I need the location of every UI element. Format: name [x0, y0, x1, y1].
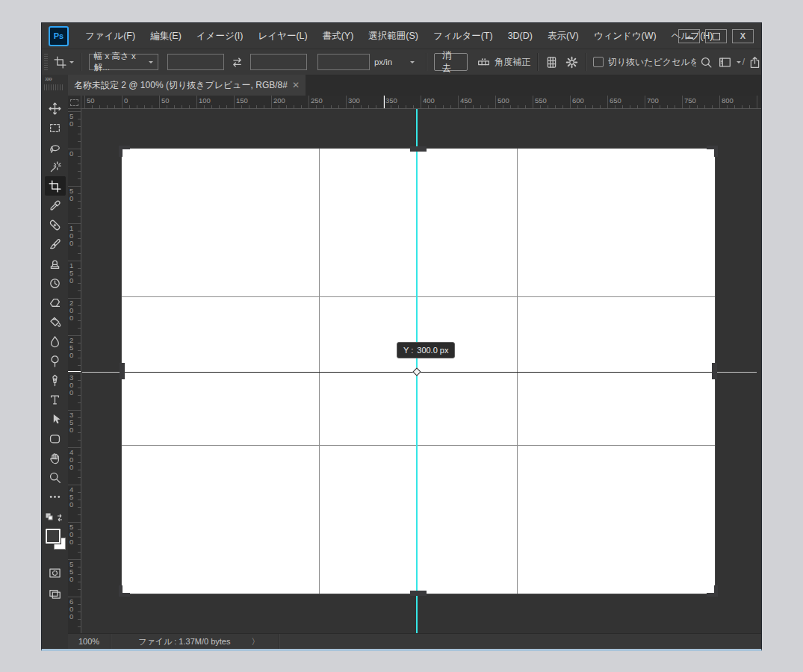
ruler-tick: [78, 388, 81, 388]
zoom-tool[interactable]: [45, 467, 66, 487]
swap-width-height-icon[interactable]: [231, 56, 244, 69]
ruler-tick: [78, 619, 81, 620]
maximize-icon: [713, 33, 720, 40]
ruler-origin-corner[interactable]: [68, 96, 81, 109]
straighten-level-icon[interactable]: [477, 56, 490, 69]
status-expand-icon[interactable]: 〉: [244, 636, 279, 647]
quick-selection-tool[interactable]: [45, 157, 66, 176]
crop-width-input[interactable]: [167, 54, 224, 70]
ruler-label: 400: [69, 449, 75, 471]
ruler-tick: [585, 105, 586, 108]
double-chevron-icon[interactable]: »»: [45, 75, 52, 83]
ruler-tick: [78, 514, 81, 515]
ruler-tick: [465, 105, 466, 108]
separator: [585, 53, 586, 71]
horizontal-ruler[interactable]: 5005010015020025030035040045050055060065…: [81, 96, 761, 109]
delete-cropped-pixels-checkbox[interactable]: [593, 57, 604, 67]
file-info[interactable]: ファイル : 1.37M/0 bytes: [111, 636, 244, 647]
ruler-tick: [78, 380, 81, 381]
ruler-label: 50: [161, 96, 170, 105]
ruler-tick: [78, 455, 81, 455]
dodge-tool[interactable]: [45, 351, 66, 370]
crop-tool-icon[interactable]: [54, 56, 66, 69]
rectangular-marquee-tool[interactable]: [45, 118, 66, 137]
chevron-down-icon[interactable]: [69, 61, 74, 66]
ruler-tick: [241, 105, 242, 108]
pen-tool[interactable]: [45, 370, 66, 390]
document-viewport[interactable]: Y : 300.0 px: [81, 109, 761, 633]
move-tool[interactable]: [45, 99, 66, 118]
ruler-tick: [279, 105, 279, 108]
menu-item-8[interactable]: 表示(V): [540, 23, 586, 49]
window-controls: X: [678, 29, 754, 43]
crop-preset-dropdown[interactable]: 幅 x 高さ x 解...: [89, 54, 158, 70]
search-icon[interactable]: [700, 56, 713, 69]
menu-item-0[interactable]: ファイル(F): [78, 23, 143, 49]
path-selection-tool[interactable]: [45, 409, 66, 429]
chevron-down-icon[interactable]: [737, 61, 741, 66]
close-button[interactable]: X: [732, 29, 754, 43]
zoom-level-field[interactable]: 100%: [68, 637, 110, 646]
quick-mask-icon[interactable]: [45, 563, 66, 582]
ruler-tick: [78, 626, 81, 627]
ruler-tick: [78, 492, 81, 493]
menu-item-2[interactable]: イメージ(I): [189, 23, 251, 49]
menu-item-7[interactable]: 3D(D): [500, 23, 540, 49]
grid-overlay-icon[interactable]: [545, 56, 558, 69]
menu-item-1[interactable]: 編集(E): [143, 23, 189, 49]
straighten-button[interactable]: 角度補正: [494, 56, 530, 69]
menu-item-6[interactable]: フィルター(T): [426, 23, 500, 49]
ruler-tick: [435, 105, 436, 108]
edit-toolbar[interactable]: [45, 487, 66, 506]
menu-item-4[interactable]: 書式(Y): [315, 23, 362, 49]
close-icon: X: [740, 32, 745, 40]
hand-tool[interactable]: [45, 448, 66, 467]
ruler-label: 150: [69, 262, 75, 284]
eraser-tool[interactable]: [45, 293, 66, 312]
crop-tool[interactable]: [45, 176, 66, 196]
foreground-color-swatch[interactable]: [46, 529, 61, 544]
history-brush-tool[interactable]: [45, 273, 66, 293]
menu-item-3[interactable]: レイヤー(L): [251, 23, 315, 49]
crop-grid-line: [122, 296, 715, 297]
color-swatches[interactable]: [44, 529, 66, 551]
maximize-button[interactable]: [705, 29, 727, 43]
lasso-tool[interactable]: [45, 137, 66, 157]
minimize-button[interactable]: [678, 29, 700, 43]
spot-healing-brush-tool[interactable]: [45, 215, 66, 234]
ruler-label: 450: [460, 96, 472, 105]
ruler-tick: [144, 105, 145, 108]
crop-resolution-input[interactable]: [317, 54, 370, 70]
screen-mode-icon[interactable]: [45, 584, 66, 603]
ruler-tick: [78, 395, 81, 396]
clone-stamp-tool[interactable]: [45, 254, 66, 273]
eyedropper-tool[interactable]: [45, 196, 66, 215]
crop-height-input[interactable]: [250, 54, 307, 70]
ruler-tick: [78, 193, 81, 194]
ruler-tick: [361, 105, 362, 108]
gradient-tool[interactable]: [45, 312, 66, 332]
resolution-unit-dropdown[interactable]: px/in: [370, 57, 419, 66]
menu-item-5[interactable]: 選択範囲(S): [361, 23, 426, 49]
type-tool[interactable]: [45, 390, 66, 409]
brush-tool[interactable]: [45, 234, 66, 254]
document-tab[interactable]: 名称未設定 2 @ 100% (切り抜きプレビュー, RGB/8#) * ✕: [68, 75, 306, 96]
vertical-ruler[interactable]: 50050100150200250300350400450500550600: [68, 109, 81, 633]
ruler-label: 100: [69, 225, 75, 247]
ruler-label: 300: [69, 374, 75, 396]
close-tab-icon[interactable]: ✕: [292, 80, 300, 90]
share-icon[interactable]: [748, 56, 761, 69]
panel-toggle-icon[interactable]: [719, 56, 731, 69]
menu-item-9[interactable]: ウィンドウ(W): [586, 23, 664, 49]
ruler-label: 300: [348, 96, 360, 105]
ruler-label: 250: [69, 337, 75, 359]
blur-tool[interactable]: [45, 332, 66, 351]
ruler-tick: [450, 105, 451, 108]
shape-tool[interactable]: [45, 429, 66, 448]
gear-icon[interactable]: [565, 56, 578, 69]
clear-button[interactable]: 消去: [434, 53, 468, 71]
ruler-tick: [189, 105, 190, 108]
swap-colors-icon[interactable]: [46, 512, 65, 526]
options-grip[interactable]: [44, 54, 48, 70]
ruler-tick: [533, 96, 533, 108]
